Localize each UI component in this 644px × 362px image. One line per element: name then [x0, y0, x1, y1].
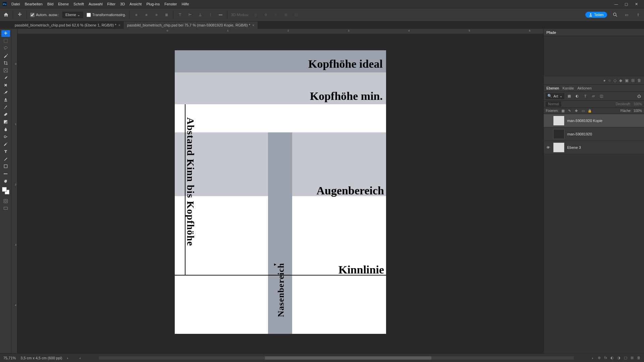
tab-kanaele[interactable]: Kanäle [562, 86, 574, 90]
brush-tool[interactable] [1, 89, 10, 96]
quick-mask-icon[interactable] [1, 198, 10, 204]
canvas[interactable]: Kopfhöhe ideal Kopfhöhe min. Augenbereic… [17, 34, 543, 353]
tab-pfade[interactable]: Pfade [546, 31, 556, 35]
filter-smart-icon[interactable]: ◫ [598, 94, 604, 98]
dodge-tool[interactable] [1, 133, 10, 140]
crop-tool[interactable] [1, 60, 10, 66]
ruler-vertical[interactable]: 0 1 2 3 4 [11, 29, 17, 353]
hand-tool[interactable] [1, 178, 10, 184]
menu-bearbeiten[interactable]: Bearbeiten [25, 2, 43, 6]
move-tool[interactable] [1, 30, 10, 37]
marquee-tool[interactable] [1, 38, 10, 44]
make-path-icon[interactable]: ◆ [619, 78, 622, 83]
align-right-icon[interactable]: ≡ [153, 11, 160, 18]
mask-icon[interactable]: ▣ [625, 78, 629, 83]
maximize-icon[interactable]: ▢ [624, 2, 629, 6]
type-tool[interactable] [1, 148, 10, 155]
layer-thumb[interactable] [553, 142, 565, 153]
chevron-right-icon[interactable]: › [67, 356, 68, 360]
transform-checkbox[interactable]: Transformationsstrg. [87, 13, 126, 17]
fill-value[interactable]: 100% [633, 109, 642, 113]
menu-auswahl[interactable]: Auswahl [89, 2, 103, 6]
blur-tool[interactable] [1, 126, 10, 133]
fx-icon[interactable]: fx [604, 356, 607, 360]
filter-toggle-icon[interactable]: ⏻ [636, 94, 642, 98]
menu-plugins[interactable]: Plug-ins [146, 2, 160, 6]
eraser-tool[interactable] [1, 111, 10, 118]
menu-3d[interactable]: 3D [120, 2, 125, 6]
layer-filter-select[interactable]: 🔍 Art ⌄ [546, 93, 564, 99]
layer-thumb[interactable] [553, 116, 565, 126]
layer-row[interactable]: man-59081920 Kopie [544, 114, 644, 127]
distribute-icon[interactable]: ≣ [163, 11, 170, 18]
menu-bild[interactable]: Bild [47, 2, 53, 6]
history-brush-tool[interactable] [1, 104, 10, 111]
align-middle-icon[interactable]: ⊢ [187, 11, 194, 18]
layers-panel-fill[interactable] [544, 154, 644, 353]
menu-filter[interactable]: Filter [107, 2, 115, 6]
frame-tool[interactable] [1, 67, 10, 74]
fill-path-icon[interactable]: ● [603, 78, 606, 83]
new-layer-icon[interactable]: ⊞ [631, 356, 634, 360]
load-selection-icon[interactable]: ◇ [613, 78, 616, 83]
link-icon[interactable]: ⊕ [598, 356, 601, 360]
close-icon[interactable]: ✕ [634, 2, 639, 6]
visibility-icon[interactable]: 👁 [546, 145, 550, 149]
lasso-tool[interactable] [1, 45, 10, 52]
layer-name[interactable]: Ebene 3 [567, 145, 581, 149]
menu-hilfe[interactable]: Hilfe [181, 2, 189, 6]
layer-row[interactable]: 👁 Ebene 3 [544, 141, 644, 154]
menu-fenster[interactable]: Fenster [164, 2, 177, 6]
home-icon[interactable] [3, 11, 9, 18]
stroke-path-icon[interactable]: ○ [608, 78, 611, 83]
paths-panel[interactable] [544, 36, 644, 76]
ruler-horizontal[interactable]: 0 1 2 3 4 5 6 [17, 29, 543, 34]
filter-shape-icon[interactable]: ▱ [590, 94, 596, 98]
scrollbar-horizontal[interactable] [99, 356, 574, 360]
tab-doc2[interactable]: passbild_biometrisch_chip.psd bei 75,7 %… [124, 21, 258, 29]
minimize-icon[interactable]: ― [614, 2, 619, 6]
more-tools-icon[interactable]: ••• [1, 170, 10, 177]
layer-thumb[interactable] [553, 129, 565, 139]
search-icon[interactable] [612, 11, 619, 18]
close-tab-icon[interactable]: × [252, 23, 254, 27]
filter-type-icon[interactable]: T [582, 94, 588, 98]
layer-name[interactable]: man-59081920 Kopie [567, 119, 602, 123]
menu-ebene[interactable]: Ebene [58, 2, 69, 6]
menu-ansicht[interactable]: Ansicht [129, 2, 142, 6]
lock-position-icon[interactable]: ✥ [574, 109, 579, 113]
mask-footer-icon[interactable]: ◐ [610, 356, 614, 360]
lock-artboard-icon[interactable]: ▭ [581, 109, 585, 113]
new-path-icon[interactable]: ⊞ [631, 78, 635, 83]
adjustment-icon[interactable]: ◑ [617, 356, 621, 360]
more-icon[interactable]: ••• [217, 11, 224, 18]
gradient-tool[interactable] [1, 119, 10, 125]
move-tool-icon[interactable] [16, 11, 23, 18]
align-bottom-icon[interactable]: ⊥ [197, 11, 204, 18]
layer-row[interactable]: man-59081920 [544, 127, 644, 141]
export-icon[interactable]: ⇪ [635, 11, 641, 18]
layer-select[interactable]: Ebene ⌄ [62, 12, 83, 18]
filter-pixel-icon[interactable]: ▦ [566, 94, 572, 98]
tab-aktionen[interactable]: Aktionen [577, 86, 592, 90]
group-icon[interactable]: ▢ [624, 356, 627, 360]
zoom-level[interactable]: 75,71% [3, 356, 16, 360]
delete-path-icon[interactable]: 🗑 [637, 78, 641, 83]
path-tool[interactable] [1, 156, 10, 162]
opacity-value[interactable]: 100% [633, 102, 642, 106]
workspace-icon[interactable]: ▭ [623, 11, 630, 18]
layer-name[interactable]: man-59081920 [567, 132, 592, 136]
align-center-icon[interactable]: ≡ [143, 11, 150, 18]
align-left-icon[interactable]: ≡ [133, 11, 140, 18]
distribute-v-icon[interactable]: ⋮ [207, 11, 214, 18]
scroll-left-icon[interactable]: ‹ [79, 356, 81, 360]
pen-tool[interactable] [1, 141, 10, 147]
rectangle-tool[interactable] [1, 163, 10, 170]
share-button[interactable]: Teilen [585, 12, 607, 18]
lock-transparency-icon[interactable]: ▦ [560, 109, 565, 113]
stamp-tool[interactable] [1, 97, 10, 103]
lock-pixels-icon[interactable]: ✎ [567, 109, 572, 113]
menu-datei[interactable]: Datei [11, 2, 20, 6]
doc-dimensions[interactable]: 3,5 cm x 4,5 cm (600 ppi) [20, 356, 62, 360]
blend-mode-select[interactable]: Normal [546, 102, 561, 107]
